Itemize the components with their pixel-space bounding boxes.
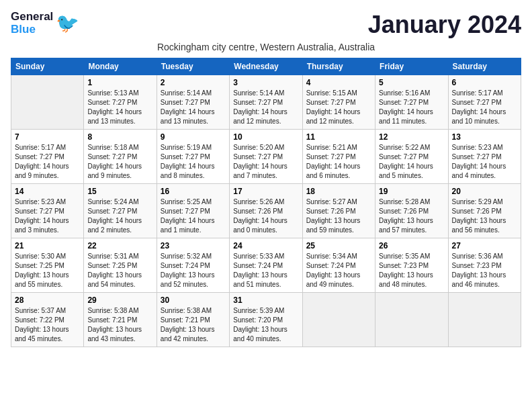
day-number: 5 — [379, 78, 444, 87]
calendar-cell: 3Sunrise: 5:14 AMSunset: 7:27 PMDaylight… — [230, 75, 302, 130]
calendar-cell: 23Sunrise: 5:32 AMSunset: 7:24 PMDayligh… — [157, 238, 229, 293]
day-number: 9 — [161, 132, 226, 142]
day-info: Sunrise: 5:23 AMSunset: 7:27 PMDaylight:… — [452, 143, 517, 181]
day-number: 20 — [452, 187, 517, 196]
day-number: 29 — [87, 295, 152, 305]
calendar-cell: 11Sunrise: 5:21 AMSunset: 7:27 PMDayligh… — [302, 130, 375, 184]
day-number: 6 — [452, 78, 517, 87]
calendar-cell: 1Sunrise: 5:13 AMSunset: 7:27 PMDaylight… — [84, 75, 157, 130]
day-number: 24 — [233, 241, 298, 250]
day-info: Sunrise: 5:14 AMSunset: 7:27 PMDaylight:… — [161, 89, 226, 126]
weekday-header-monday: Monday — [84, 58, 157, 75]
day-info: Sunrise: 5:19 AMSunset: 7:27 PMDaylight:… — [161, 143, 226, 181]
calendar-header-row: SundayMondayTuesdayWednesdayThursdayFrid… — [11, 58, 521, 75]
calendar-cell: 9Sunrise: 5:19 AMSunset: 7:27 PMDaylight… — [157, 130, 229, 184]
weekday-header-tuesday: Tuesday — [157, 58, 229, 75]
day-info: Sunrise: 5:17 AMSunset: 7:27 PMDaylight:… — [452, 89, 517, 126]
day-info: Sunrise: 5:29 AMSunset: 7:26 PMDaylight:… — [452, 197, 517, 235]
day-number: 25 — [306, 241, 371, 250]
day-number: 30 — [161, 295, 226, 305]
day-number: 12 — [379, 132, 444, 142]
calendar-cell: 18Sunrise: 5:27 AMSunset: 7:26 PMDayligh… — [302, 184, 375, 238]
day-info: Sunrise: 5:15 AMSunset: 7:27 PMDaylight:… — [306, 89, 371, 126]
day-info: Sunrise: 5:20 AMSunset: 7:27 PMDaylight:… — [233, 143, 298, 181]
logo-blue: Blue — [11, 24, 53, 36]
calendar-week-row: 14Sunrise: 5:23 AMSunset: 7:27 PMDayligh… — [11, 184, 521, 238]
calendar-cell: 8Sunrise: 5:18 AMSunset: 7:27 PMDaylight… — [84, 130, 157, 184]
day-info: Sunrise: 5:32 AMSunset: 7:24 PMDaylight:… — [161, 252, 226, 289]
day-info: Sunrise: 5:14 AMSunset: 7:27 PMDaylight:… — [233, 89, 298, 126]
day-info: Sunrise: 5:36 AMSunset: 7:23 PMDaylight:… — [452, 252, 517, 289]
day-info: Sunrise: 5:33 AMSunset: 7:24 PMDaylight:… — [233, 252, 298, 289]
day-info: Sunrise: 5:27 AMSunset: 7:26 PMDaylight:… — [306, 197, 371, 235]
calendar-cell: 13Sunrise: 5:23 AMSunset: 7:27 PMDayligh… — [448, 130, 521, 184]
calendar-cell — [11, 75, 84, 130]
calendar-cell: 30Sunrise: 5:38 AMSunset: 7:21 PMDayligh… — [157, 293, 229, 347]
day-number: 26 — [379, 241, 444, 250]
day-info: Sunrise: 5:30 AMSunset: 7:25 PMDaylight:… — [15, 252, 80, 289]
calendar-cell: 21Sunrise: 5:30 AMSunset: 7:25 PMDayligh… — [11, 238, 84, 293]
day-number: 31 — [233, 295, 298, 305]
calendar-week-row: 21Sunrise: 5:30 AMSunset: 7:25 PMDayligh… — [11, 238, 521, 293]
day-number: 8 — [87, 132, 152, 142]
calendar-cell: 27Sunrise: 5:36 AMSunset: 7:23 PMDayligh… — [448, 238, 521, 293]
day-info: Sunrise: 5:39 AMSunset: 7:20 PMDaylight:… — [233, 306, 298, 344]
calendar-cell — [448, 293, 521, 347]
day-info: Sunrise: 5:31 AMSunset: 7:25 PMDaylight:… — [87, 252, 152, 289]
day-number: 23 — [161, 241, 226, 250]
day-info: Sunrise: 5:34 AMSunset: 7:24 PMDaylight:… — [306, 252, 371, 289]
calendar-cell: 10Sunrise: 5:20 AMSunset: 7:27 PMDayligh… — [230, 130, 302, 184]
day-info: Sunrise: 5:21 AMSunset: 7:27 PMDaylight:… — [306, 143, 371, 181]
month-title: January 2024 — [368, 11, 521, 39]
day-info: Sunrise: 5:25 AMSunset: 7:27 PMDaylight:… — [161, 197, 226, 235]
calendar-cell: 20Sunrise: 5:29 AMSunset: 7:26 PMDayligh… — [448, 184, 521, 238]
day-number: 14 — [15, 187, 80, 196]
day-number: 10 — [233, 132, 298, 142]
day-number: 11 — [306, 132, 371, 142]
day-info: Sunrise: 5:23 AMSunset: 7:27 PMDaylight:… — [15, 197, 80, 235]
day-number: 16 — [161, 187, 226, 196]
calendar-week-row: 28Sunrise: 5:37 AMSunset: 7:22 PMDayligh… — [11, 293, 521, 347]
day-number: 21 — [15, 241, 80, 250]
calendar-cell: 24Sunrise: 5:33 AMSunset: 7:24 PMDayligh… — [230, 238, 302, 293]
calendar-cell: 29Sunrise: 5:38 AMSunset: 7:21 PMDayligh… — [84, 293, 157, 347]
calendar-cell: 2Sunrise: 5:14 AMSunset: 7:27 PMDaylight… — [157, 75, 229, 130]
calendar-cell: 19Sunrise: 5:28 AMSunset: 7:26 PMDayligh… — [375, 184, 448, 238]
day-number: 1 — [87, 78, 152, 87]
calendar-cell: 28Sunrise: 5:37 AMSunset: 7:22 PMDayligh… — [11, 293, 84, 347]
day-info: Sunrise: 5:24 AMSunset: 7:27 PMDaylight:… — [87, 197, 152, 235]
calendar-cell: 15Sunrise: 5:24 AMSunset: 7:27 PMDayligh… — [84, 184, 157, 238]
calendar-cell: 17Sunrise: 5:26 AMSunset: 7:26 PMDayligh… — [230, 184, 302, 238]
calendar-cell: 7Sunrise: 5:17 AMSunset: 7:27 PMDaylight… — [11, 130, 84, 184]
day-info: Sunrise: 5:17 AMSunset: 7:27 PMDaylight:… — [15, 143, 80, 181]
day-number: 2 — [161, 78, 226, 87]
calendar-cell: 25Sunrise: 5:34 AMSunset: 7:24 PMDayligh… — [302, 238, 375, 293]
day-info: Sunrise: 5:16 AMSunset: 7:27 PMDaylight:… — [379, 89, 444, 126]
day-info: Sunrise: 5:26 AMSunset: 7:26 PMDaylight:… — [233, 197, 298, 235]
weekday-header-thursday: Thursday — [302, 58, 375, 75]
logo-general: General — [11, 11, 53, 24]
day-info: Sunrise: 5:18 AMSunset: 7:27 PMDaylight:… — [87, 143, 152, 181]
day-info: Sunrise: 5:37 AMSunset: 7:22 PMDaylight:… — [15, 306, 80, 344]
calendar-cell: 22Sunrise: 5:31 AMSunset: 7:25 PMDayligh… — [84, 238, 157, 293]
day-info: Sunrise: 5:38 AMSunset: 7:21 PMDaylight:… — [87, 306, 152, 344]
logo-bird-icon: 🐦 — [56, 14, 79, 33]
day-number: 19 — [379, 187, 444, 196]
day-number: 13 — [452, 132, 517, 142]
weekday-header-saturday: Saturday — [448, 58, 521, 75]
day-number: 28 — [15, 295, 80, 305]
calendar-cell — [302, 293, 375, 347]
logo: General Blue 🐦 — [11, 11, 79, 36]
day-info: Sunrise: 5:28 AMSunset: 7:26 PMDaylight:… — [379, 197, 444, 235]
weekday-header-wednesday: Wednesday — [230, 58, 302, 75]
calendar-cell: 14Sunrise: 5:23 AMSunset: 7:27 PMDayligh… — [11, 184, 84, 238]
day-info: Sunrise: 5:13 AMSunset: 7:27 PMDaylight:… — [87, 89, 152, 126]
calendar-cell — [375, 293, 448, 347]
calendar-cell: 12Sunrise: 5:22 AMSunset: 7:27 PMDayligh… — [375, 130, 448, 184]
day-number: 15 — [87, 187, 152, 196]
day-number: 3 — [233, 78, 298, 87]
day-number: 18 — [306, 187, 371, 196]
day-number: 22 — [87, 241, 152, 250]
logo-text: General Blue 🐦 — [11, 11, 79, 36]
day-number: 4 — [306, 78, 371, 87]
